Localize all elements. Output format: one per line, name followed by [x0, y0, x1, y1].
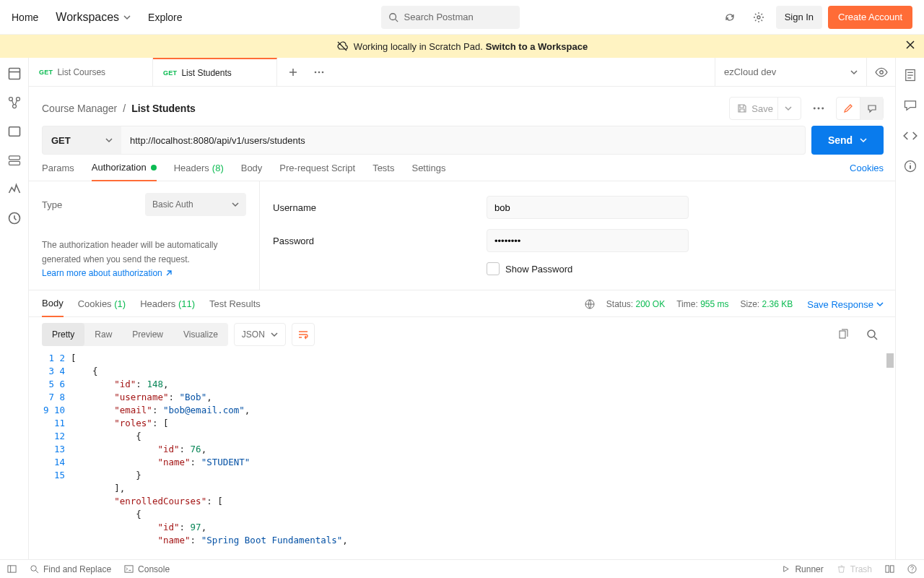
two-pane-icon[interactable] — [885, 564, 894, 574]
chevron-down-icon — [876, 301, 884, 308]
search-response-icon[interactable] — [860, 323, 884, 346]
format-selector[interactable]: JSON — [234, 323, 286, 346]
env-quicklook-icon[interactable] — [866, 58, 895, 86]
tab-tests[interactable]: Tests — [372, 163, 394, 181]
runner-button[interactable]: Runner — [781, 564, 823, 574]
svg-rect-22 — [8, 566, 16, 572]
svg-point-13 — [879, 70, 883, 74]
resp-tab-testresults[interactable]: Test Results — [209, 298, 261, 316]
tab-method: GET — [39, 69, 53, 76]
username-input[interactable] — [487, 196, 689, 219]
external-link-icon — [165, 269, 173, 277]
comment-button[interactable] — [860, 97, 883, 120]
monitors-icon[interactable] — [7, 182, 22, 197]
svg-point-15 — [818, 108, 820, 110]
password-input[interactable] — [487, 229, 689, 252]
create-account-button[interactable]: Create Account — [828, 6, 912, 29]
tab-prerequest[interactable]: Pre-request Script — [279, 163, 355, 181]
method-selector[interactable]: GET — [42, 126, 121, 155]
new-tab-button[interactable] — [283, 67, 303, 77]
breadcrumb-parent[interactable]: Course Manager — [42, 103, 117, 114]
breadcrumb: Course Manager / List Students — [42, 103, 196, 114]
copy-response-icon[interactable] — [832, 323, 855, 346]
nav-workspaces[interactable]: Workspaces — [56, 11, 131, 24]
network-icon[interactable] — [585, 299, 595, 309]
svg-point-23 — [31, 566, 36, 571]
chevron-down-icon — [271, 331, 278, 338]
docs-icon[interactable] — [903, 68, 918, 82]
save-button[interactable]: Save — [729, 97, 801, 120]
request-more-icon[interactable] — [807, 97, 830, 120]
sign-in-button[interactable]: Sign In — [776, 6, 822, 29]
nav-explore[interactable]: Explore — [148, 12, 182, 23]
view-mode-group: Pretty Raw Preview Visualize — [42, 323, 228, 346]
cookies-link[interactable]: Cookies — [850, 163, 884, 181]
tab-body[interactable]: Body — [241, 163, 263, 181]
code-icon[interactable] — [903, 129, 918, 143]
auth-type-selector[interactable]: Basic Auth — [145, 193, 246, 216]
mode-preview[interactable]: Preview — [122, 323, 173, 346]
mode-visualize[interactable]: Visualize — [173, 323, 228, 346]
banner-close-icon[interactable] — [905, 40, 915, 50]
mode-pretty[interactable]: Pretty — [42, 323, 84, 346]
svg-point-14 — [814, 108, 816, 110]
settings-icon[interactable] — [747, 6, 770, 29]
apis-icon[interactable] — [7, 95, 22, 110]
cloud-off-icon — [336, 40, 348, 52]
info-icon[interactable] — [903, 159, 918, 173]
history-icon[interactable] — [7, 211, 22, 225]
send-button[interactable]: Send — [811, 126, 884, 155]
svg-rect-2 — [9, 69, 19, 79]
edit-button[interactable] — [837, 97, 860, 120]
mock-servers-icon[interactable] — [7, 153, 22, 168]
auth-description: The authorization header will be automat… — [42, 238, 246, 267]
console-icon — [124, 564, 134, 574]
auth-learn-more-link[interactable]: Learn more about authorization — [42, 268, 173, 278]
svg-point-19 — [868, 330, 875, 337]
svg-point-16 — [821, 108, 824, 110]
svg-rect-26 — [890, 566, 894, 572]
tab-params[interactable]: Params — [42, 163, 74, 181]
tab-list-courses[interactable]: GET List Courses — [29, 58, 153, 86]
chevron-down-icon — [123, 14, 131, 21]
resp-tab-body[interactable]: Body — [42, 298, 64, 317]
help-icon[interactable] — [907, 564, 917, 574]
collections-icon[interactable] — [7, 66, 22, 81]
environment-selector[interactable]: ezCloud dev — [715, 58, 866, 86]
toggle-sidebar-icon[interactable] — [7, 564, 17, 574]
banner-text: Working locally in Scratch Pad. — [354, 41, 483, 52]
tab-authorization[interactable]: Authorization — [92, 162, 157, 181]
show-password-checkbox[interactable] — [487, 262, 500, 275]
code-content: [ { "id": 148, "username": "Bob", "email… — [71, 352, 895, 559]
search-input[interactable]: Search Postman — [381, 6, 520, 29]
environments-icon[interactable] — [7, 124, 22, 139]
resp-tab-headers[interactable]: Headers (11) — [140, 298, 195, 316]
tabs-more-icon[interactable] — [309, 71, 329, 74]
size-value: 2.36 KB — [762, 299, 793, 309]
resp-tab-cookies[interactable]: Cookies (1) — [78, 298, 126, 316]
svg-point-11 — [318, 71, 321, 73]
tab-settings[interactable]: Settings — [411, 163, 445, 181]
svg-point-10 — [315, 71, 317, 73]
mode-raw[interactable]: Raw — [84, 323, 122, 346]
tab-list-students[interactable]: GET List Students — [153, 58, 277, 86]
svg-rect-8 — [9, 161, 19, 165]
trash-button[interactable]: Trash — [837, 564, 872, 574]
find-replace-button[interactable]: Find and Replace — [30, 564, 111, 574]
tab-method: GET — [163, 69, 177, 77]
wrap-button[interactable] — [292, 323, 315, 346]
nav-home[interactable]: Home — [12, 12, 38, 23]
trash-icon — [837, 564, 846, 574]
response-body[interactable]: 1 2 3 4 5 6 7 8 9 10 11 12 13 14 15 [ { … — [29, 352, 895, 559]
banner-cta[interactable]: Switch to a Workspace — [486, 41, 588, 52]
tab-headers[interactable]: Headers (8) — [174, 163, 224, 181]
sync-icon[interactable] — [718, 6, 741, 29]
console-button[interactable]: Console — [124, 564, 170, 574]
minimap-scrollbar[interactable] — [885, 352, 895, 559]
save-label: Save — [751, 103, 773, 114]
comments-icon[interactable] — [903, 98, 918, 113]
right-sidebar — [895, 58, 924, 559]
url-input[interactable]: http://localhost:8080/api/v1/users/stude… — [121, 126, 806, 155]
chevron-down-icon — [105, 137, 113, 144]
save-response-button[interactable]: Save Response — [807, 299, 884, 316]
